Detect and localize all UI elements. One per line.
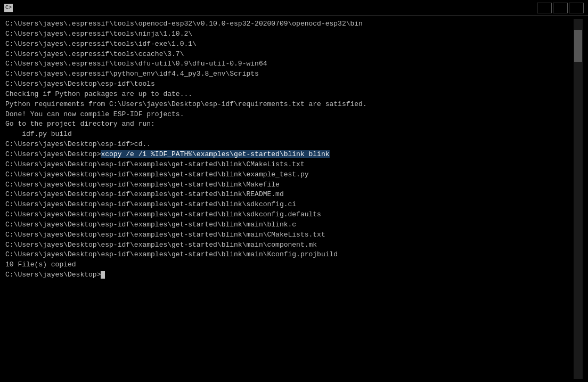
console-line: C:\Users\jayes\.espressif\tools\dfu-util… — [5, 59, 574, 69]
cmd-icon: C> — [4, 4, 13, 12]
console-line: idf.py build — [5, 129, 574, 140]
minimize-button[interactable] — [537, 3, 552, 13]
console-line: Python requirements from C:\Users\jayes\… — [5, 100, 574, 110]
console-line: C:\Users\jayes\.espressif\tools\idf-exe\… — [5, 39, 574, 50]
cmd-window: C> C:\Users\jayes\.espressif\tools\openo… — [0, 0, 588, 382]
scrollbar[interactable] — [574, 19, 583, 379]
console-line: C:\Users\jayes\Desktop\esp-idf\examples\… — [5, 210, 574, 220]
console-content[interactable]: C:\Users\jayes\.espressif\tools\openocd-… — [5, 19, 574, 379]
console-line: 10 File(s) copied — [5, 260, 574, 270]
console-line: C:\Users\jayes\Desktop\esp-idf\examples\… — [5, 160, 574, 170]
window-controls — [537, 3, 584, 13]
console-line: C:\Users\jayes\Desktop\esp-idf\examples\… — [5, 240, 574, 250]
console-area: C:\Users\jayes\.espressif\tools\openocd-… — [0, 16, 588, 382]
cursor — [101, 271, 105, 279]
title-bar: C> — [0, 0, 588, 16]
console-line: C:\Users\jayes\Desktop\esp-idf\tools — [5, 79, 574, 90]
console-line: C:\Users\jayes\Desktop> — [5, 270, 574, 280]
console-line: C:\Users\jayes\Desktop\esp-idf\examples\… — [5, 170, 574, 180]
console-line: C:\Users\jayes\Desktop>xcopy /e /i %IDF_… — [5, 150, 574, 160]
console-line: Go to the project directory and run: — [5, 119, 574, 129]
maximize-button[interactable] — [553, 3, 568, 13]
scrollbar-thumb[interactable] — [574, 30, 582, 62]
console-line: C:\Users\jayes\Desktop\esp-idf\examples\… — [5, 190, 574, 200]
console-line: C:\Users\jayes\Desktop\esp-idf\examples\… — [5, 200, 574, 210]
console-line: C:\Users\jayes\Desktop\esp-idf\examples\… — [5, 180, 574, 190]
console-line: C:\Users\jayes\.espressif\python_env\idf… — [5, 69, 574, 79]
console-line: C:\Users\jayes\Desktop\esp-idf\examples\… — [5, 230, 574, 240]
highlighted-command: xcopy /e /i %IDF_PATH%\examples\get-star… — [101, 150, 329, 158]
console-line: Done! You can now compile ESP-IDF projec… — [5, 110, 574, 120]
console-line: C:\Users\jayes\Desktop\esp-idf>cd.. — [5, 140, 574, 150]
console-line: C:\Users\jayes\.espressif\tools\ninja\1.… — [5, 29, 574, 39]
console-line: C:\Users\jayes\.espressif\tools\ccache\3… — [5, 50, 574, 60]
console-line: C:\Users\jayes\Desktop\esp-idf\examples\… — [5, 220, 574, 230]
console-line: Checking if Python packages are up to da… — [5, 90, 574, 100]
console-line: C:\Users\jayes\Desktop\esp-idf\examples\… — [5, 250, 574, 260]
console-line: C:\Users\jayes\.espressif\tools\openocd-… — [5, 19, 574, 29]
close-button[interactable] — [569, 3, 584, 13]
